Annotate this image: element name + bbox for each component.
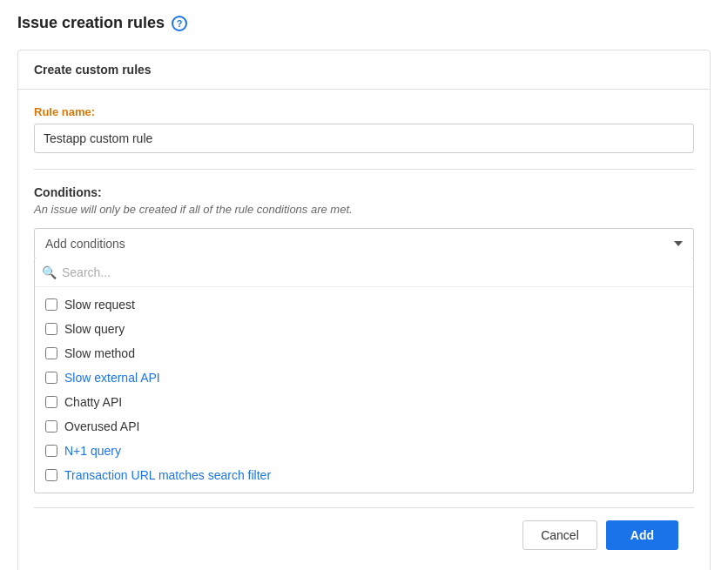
rule-name-label: Rule name:	[34, 105, 694, 118]
condition-label-transaction-url: Transaction URL matches search filter	[64, 468, 271, 482]
help-icon[interactable]: ?	[172, 16, 187, 31]
divider	[34, 169, 694, 170]
search-icon: 🔍	[42, 265, 57, 279]
condition-label-chatty-api: Chatty API	[64, 395, 122, 409]
page-title-row: Issue creation rules ?	[17, 14, 711, 32]
condition-checkbox-overused-api[interactable]	[45, 420, 57, 433]
search-box-wrapper: 🔍	[35, 258, 693, 287]
search-input[interactable]	[62, 265, 686, 279]
main-card: Create custom rules Rule name: Condition…	[17, 50, 711, 570]
condition-label-overused-api: Overused API	[64, 419, 139, 433]
add-conditions-dropdown[interactable]: Add conditions	[34, 228, 694, 259]
list-item[interactable]: Slow method	[35, 341, 693, 365]
list-item[interactable]: Overused API	[35, 414, 693, 439]
conditions-label: Conditions:	[34, 185, 694, 199]
list-item[interactable]: Slow request	[35, 292, 693, 317]
dropdown-placeholder: Add conditions	[45, 237, 125, 251]
condition-label-n-plus-1-query: N+1 query	[64, 444, 121, 458]
card-body: Rule name: Conditions: An issue will onl…	[18, 90, 710, 570]
condition-checkbox-slow-method[interactable]	[45, 347, 57, 359]
footer-buttons: Cancel Add	[34, 507, 694, 562]
list-item[interactable]: Slow external API	[35, 365, 693, 390]
page-container: Issue creation rules ? Create custom rul…	[0, 0, 728, 570]
list-item[interactable]: Slow query	[35, 317, 693, 341]
rule-name-input[interactable]	[34, 124, 694, 153]
page-title: Issue creation rules	[17, 14, 165, 32]
condition-checkbox-n-plus-1-query[interactable]	[45, 445, 57, 457]
list-item[interactable]: Chatty API	[35, 390, 693, 414]
list-item[interactable]: Transaction URL matches search filter	[35, 463, 693, 487]
add-button[interactable]: Add	[606, 520, 678, 550]
condition-checkbox-slow-request[interactable]	[45, 298, 57, 311]
conditions-list: Slow requestSlow querySlow methodSlow ex…	[35, 287, 693, 493]
chevron-down-icon	[674, 241, 683, 246]
condition-label-slow-query: Slow query	[64, 322, 125, 336]
condition-label-slow-external-api: Slow external API	[64, 371, 160, 385]
condition-label-slow-method: Slow method	[64, 346, 135, 360]
cancel-button[interactable]: Cancel	[522, 520, 597, 550]
condition-checkbox-slow-external-api[interactable]	[45, 372, 57, 384]
dropdown-panel: 🔍 Slow requestSlow querySlow methodSlow …	[34, 258, 694, 493]
condition-checkbox-chatty-api[interactable]	[45, 396, 57, 408]
conditions-hint: An issue will only be created if all of …	[34, 203, 694, 216]
card-header: Create custom rules	[18, 50, 710, 90]
list-item[interactable]: N+1 query	[35, 439, 693, 463]
condition-checkbox-slow-query[interactable]	[45, 323, 57, 335]
condition-label-slow-request: Slow request	[64, 298, 135, 312]
condition-checkbox-transaction-url[interactable]	[45, 469, 57, 481]
